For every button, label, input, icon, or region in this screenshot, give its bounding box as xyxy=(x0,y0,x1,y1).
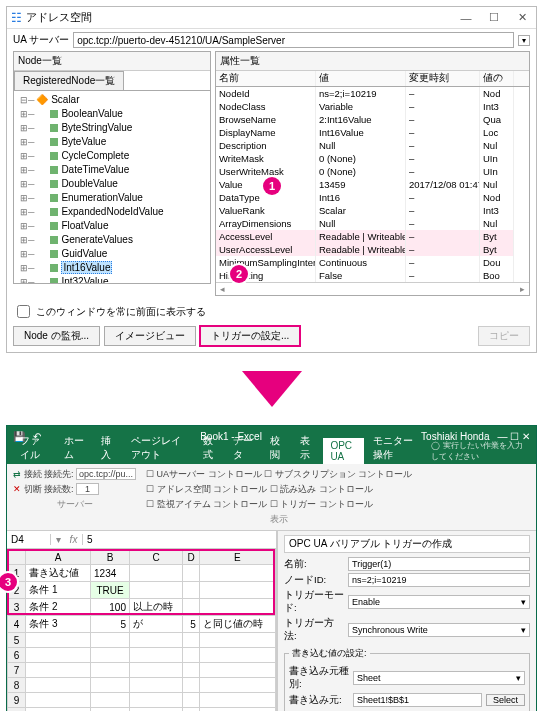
row-header[interactable]: 3 xyxy=(8,599,26,616)
ribbon-tab[interactable]: OPC UA xyxy=(323,438,364,464)
connect-label[interactable]: 接続 xyxy=(24,469,42,479)
tree-node[interactable]: FloatValue xyxy=(20,219,208,233)
cell[interactable] xyxy=(129,663,183,678)
row-header[interactable]: 7 xyxy=(8,663,26,678)
ribbon-tabs[interactable]: ファイルホーム挿入ページレイアウト数式データ校閲表示OPC UAモニター操作◯ … xyxy=(7,446,536,464)
cell[interactable] xyxy=(183,663,199,678)
cell[interactable] xyxy=(183,633,199,648)
cell[interactable] xyxy=(26,693,91,708)
attr-row[interactable]: ValueRankScalar–Int3 xyxy=(216,204,529,217)
cell[interactable] xyxy=(183,693,199,708)
cell[interactable] xyxy=(91,693,130,708)
col-header[interactable]: E xyxy=(199,550,275,565)
node-tree[interactable]: 🔶 ScalarBooleanValueByteStringValueByteV… xyxy=(14,91,210,283)
ribbon-tab[interactable]: 数式 xyxy=(196,432,224,464)
attr-header[interactable]: 値 xyxy=(316,71,406,86)
cell[interactable] xyxy=(199,708,275,712)
cell[interactable] xyxy=(199,648,275,663)
cell[interactable] xyxy=(91,648,130,663)
cell[interactable] xyxy=(183,582,199,599)
dlg-name-field[interactable]: Trigger(1) xyxy=(348,557,530,571)
cell[interactable] xyxy=(199,663,275,678)
cell[interactable] xyxy=(91,678,130,693)
disconnect-button[interactable]: ✕ xyxy=(13,484,24,494)
cell[interactable] xyxy=(199,678,275,693)
maximize-button[interactable]: ☐ xyxy=(480,11,508,24)
cell[interactable]: 書き込む値 xyxy=(26,565,91,582)
attr-header[interactable]: 値の xyxy=(480,71,514,86)
ribbon-tab[interactable]: ページレイアウト xyxy=(124,432,194,464)
cell[interactable] xyxy=(91,663,130,678)
cell[interactable] xyxy=(183,565,199,582)
cell[interactable] xyxy=(199,565,275,582)
chk-ua-server[interactable]: UAサーバー コントロール xyxy=(146,469,262,479)
chk-subscription[interactable]: サブスクリプション コントロール xyxy=(264,469,412,479)
cell[interactable] xyxy=(129,693,183,708)
always-on-top-checkbox[interactable] xyxy=(17,305,30,318)
conn-target-field[interactable]: opc.tcp://pu... xyxy=(76,468,136,480)
col-header[interactable]: B xyxy=(91,550,130,565)
chk-monitored[interactable]: 監視アイテム コントロール xyxy=(146,499,267,509)
attr-header[interactable]: 変更時刻 xyxy=(406,71,480,86)
tree-node[interactable]: DoubleValue xyxy=(20,177,208,191)
cell[interactable] xyxy=(26,648,91,663)
tab-registered-nodes[interactable]: RegisteredNode一覧 xyxy=(14,71,124,90)
attr-row[interactable]: DataTypeInt16–Nod xyxy=(216,191,529,204)
fx-icon[interactable]: fx xyxy=(65,534,83,545)
cell[interactable]: 100 xyxy=(91,599,130,616)
scroll-right-icon[interactable]: ▸ xyxy=(520,284,525,294)
cell[interactable]: 条件 1 xyxy=(26,582,91,599)
chk-trigger[interactable]: トリガー コントロール xyxy=(270,499,373,509)
tree-node[interactable]: Int32Value xyxy=(20,275,208,283)
ribbon-tab[interactable]: 校閲 xyxy=(263,432,291,464)
cell[interactable] xyxy=(199,599,275,616)
dropdown-icon[interactable]: ▾ xyxy=(518,35,530,46)
cell[interactable] xyxy=(129,582,183,599)
tree-node[interactable]: GuidValue xyxy=(20,247,208,261)
attr-row[interactable]: DisplayNameInt16Value–Loc xyxy=(216,126,529,139)
formula-bar[interactable] xyxy=(83,534,276,545)
disconnect-label[interactable]: 切断 xyxy=(24,484,42,494)
tree-node[interactable]: DateTimeValue xyxy=(20,163,208,177)
cell[interactable] xyxy=(91,633,130,648)
cell[interactable]: と同じ値の時 xyxy=(199,616,275,633)
cell[interactable]: が xyxy=(129,616,183,633)
row-header[interactable]: 5 xyxy=(8,633,26,648)
close-button[interactable]: ✕ xyxy=(508,11,536,24)
row-header[interactable]: 8 xyxy=(8,678,26,693)
cell-name-box[interactable]: D4 xyxy=(7,534,51,545)
tree-node[interactable]: ByteStringValue xyxy=(20,121,208,135)
cell[interactable]: TRUE xyxy=(91,582,130,599)
server-url-input[interactable] xyxy=(73,32,514,48)
row-header[interactable]: 10 xyxy=(8,708,26,712)
tree-node[interactable]: BooleanValue xyxy=(20,107,208,121)
cell[interactable] xyxy=(26,633,91,648)
spreadsheet-grid[interactable]: ABCDE1書き込む値12342条件 1TRUE3条件 2100以上の時4条件 … xyxy=(7,549,276,711)
cell[interactable] xyxy=(129,565,183,582)
row-header[interactable]: 6 xyxy=(8,648,26,663)
ribbon-tab[interactable]: データ xyxy=(226,432,261,464)
tree-node[interactable]: GenerateValues xyxy=(20,233,208,247)
ribbon-tab[interactable]: ホーム xyxy=(57,432,92,464)
connect-button[interactable]: ⇄ xyxy=(13,469,24,479)
cell[interactable]: 条件 2 xyxy=(26,599,91,616)
row-header[interactable]: 4 xyxy=(8,616,26,633)
minimize-button[interactable]: — xyxy=(452,12,480,24)
ribbon-tab[interactable]: ファイル xyxy=(13,432,55,464)
cell[interactable] xyxy=(183,599,199,616)
col-header[interactable]: C xyxy=(129,550,183,565)
name-dropdown-icon[interactable]: ▾ xyxy=(51,534,65,545)
tree-node[interactable]: ByteValue xyxy=(20,135,208,149)
image-view-button[interactable]: イメージビュー xyxy=(104,326,196,346)
cell[interactable] xyxy=(199,582,275,599)
dlg-node-field[interactable]: ns=2;i=10219 xyxy=(348,573,530,587)
cell[interactable]: 5 xyxy=(183,616,199,633)
cell[interactable] xyxy=(26,708,91,712)
cell[interactable] xyxy=(91,708,130,712)
ribbon-tab[interactable]: 挿入 xyxy=(94,432,122,464)
attr-row[interactable]: BrowseName2:Int16Value–Qua xyxy=(216,113,529,126)
tree-node[interactable]: CycleComplete xyxy=(20,149,208,163)
cell[interactable] xyxy=(199,633,275,648)
attr-row[interactable]: ArrayDimensionsNull–Nul xyxy=(216,217,529,230)
cell[interactable] xyxy=(129,648,183,663)
